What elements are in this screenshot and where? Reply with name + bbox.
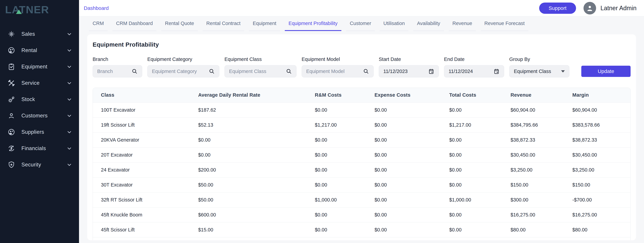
group-by-label: Group By [509,57,570,62]
sidebar-item-label: Stock [22,96,35,102]
equipment-model-field: Equipment Model [302,57,374,77]
table-cell: $0.00 [315,177,374,192]
table-cell: $60,904.00 [510,102,572,117]
sidebar-item-suppliers[interactable]: Suppliers [0,124,79,140]
sidebar-item-security[interactable]: Security [0,157,79,173]
table-row[interactable]: 24 Excavator$200.00$0.00$0.00$0.00$3,250… [93,162,630,177]
equipment-class-input[interactable] [229,69,284,74]
shield-star-icon [8,161,15,169]
support-button[interactable]: Support [539,3,576,14]
column-header-class[interactable]: Class [93,88,198,102]
table-cell: $0.00 [449,132,510,147]
content-area: Equipment Profitability Branch [79,31,644,240]
search-icon [209,68,215,74]
table-cell: $0.00 [374,147,449,162]
tab-crm[interactable]: CRM [89,21,108,31]
chevron-down-icon [66,31,72,37]
column-header-margin[interactable]: Margin [572,88,630,102]
table-cell: $80.00 [315,237,374,240]
column-header-average-daily-rental-rate[interactable]: Average Daily Rental Rate [198,88,315,102]
table-cell: 19ft Scissor Lift [93,117,198,132]
sidebar: LATNER SalesRentalEquipmentServiceStockC… [0,0,79,243]
table-cell: 20KVA Generator [93,132,198,147]
table-row[interactable]: 100T Excavator$187.62$0.00$0.00$0.00$60,… [93,102,630,117]
tab-crm-dashboard[interactable]: CRM Dashboard [112,21,156,31]
tab-availability[interactable]: Availability [413,21,444,31]
sidebar-item-customers[interactable]: Customers [0,108,79,124]
table-cell: $383,578.66 [572,117,630,132]
gear-wrench-icon [8,95,15,103]
tab-utilisation[interactable]: Utilisation [380,21,408,31]
table-cell: $150.00 [572,177,630,192]
table-cell: $187.62 [198,102,315,117]
chevron-down-icon [66,162,72,168]
breadcrumb-dashboard-link[interactable]: Dashboard [84,5,109,11]
brand-logo-text: LATNER [5,4,74,16]
table-cell: $0.00 [315,222,374,237]
tab-revenue-forecast[interactable]: Revenue Forecast [481,21,528,31]
start-date-label: Start Date [379,57,439,62]
table-cell: $16,275.00 [572,207,630,222]
table-cell: $52.13 [198,117,315,132]
table-cell: 32ft RT Scissor Lift [93,192,198,207]
column-header-expense-costs[interactable]: Expense Costs [374,88,449,102]
sales-network-icon [8,30,15,38]
calendar-icon[interactable] [494,68,500,74]
tab-customer[interactable]: Customer [346,21,375,31]
sidebar-item-label: Customers [22,113,48,119]
equipment-model-input-wrap [302,65,374,77]
branch-input[interactable] [97,69,129,74]
equipment-model-input[interactable] [306,69,360,74]
column-header-revenue[interactable]: Revenue [510,88,572,102]
tab-equipment[interactable]: Equipment [249,21,280,31]
column-header-r-m-costs[interactable]: R&M Costs [315,88,374,102]
sidebar-item-stock[interactable]: Stock [0,91,79,108]
equipment-category-input[interactable] [152,69,206,74]
table-row[interactable]: 32ft RT Scissor Lift$50.00$1,000.00$0.00… [93,192,630,207]
sidebar-item-label: Equipment [22,64,48,70]
page-title: Equipment Profitability [92,41,630,48]
column-header-total-costs[interactable]: Total Costs [449,88,510,102]
table-row[interactable]: 45ft Knuckle Boom$600.00$0.00$0.00$0.00$… [93,207,630,222]
equipment-category-label: Equipment Category [147,57,219,62]
table-cell: $0.00 [374,222,449,237]
user-avatar[interactable] [584,2,596,15]
brand-logo: LATNER [0,0,79,19]
sidebar-item-rental[interactable]: Rental [0,42,79,59]
chevron-down-icon [66,80,72,86]
table-cell: $1,217.00 [449,117,510,132]
table-row[interactable]: 20T Excavator$0.00$0.00$0.00$0.00$30,450… [93,147,630,162]
sidebar-item-equipment[interactable]: Equipment [0,59,79,75]
sidebar-item-sales[interactable]: Sales [0,26,79,42]
calendar-icon[interactable] [428,68,434,74]
table-cell: $1,000.00 [449,192,510,207]
table-cell: $0.00 [374,237,449,240]
tab-rental-quote[interactable]: Rental Quote [161,21,198,31]
start-date-field: Start Date [379,57,439,77]
update-button[interactable]: Update [581,66,630,77]
table-cell: $0.00 [449,102,510,117]
table-row[interactable]: 20KVA Generator$0.00$0.00$0.00$0.00$38,8… [93,132,630,147]
tab-revenue[interactable]: Revenue [449,21,476,31]
table-header-row: ClassAverage Daily Rental RateR&M CostsE… [93,88,630,102]
table-cell: $0.00 [374,117,449,132]
app-root: LATNER SalesRentalEquipmentServiceStockC… [0,0,644,243]
table-cell: $0.00 [449,222,510,237]
table-cell: 24 Excavator [93,162,198,177]
table-cell: 45ft Scissor Lift [93,222,198,237]
group-by-select[interactable]: Equipment Class [509,65,570,77]
table-cell: 30T Excavator [93,177,198,192]
table-cell: $150.00 [510,177,572,192]
tab-equipment-profitability[interactable]: Equipment Profitability [285,21,341,31]
sidebar-item-label: Service [22,80,40,86]
table-row[interactable]: 30T Excavator$50.00$0.00$0.00$0.00$150.0… [93,177,630,192]
table-row[interactable]: 45ft Scissor Lift$15.00$0.00$0.00$0.00$8… [93,222,630,237]
table-row[interactable]: 19ft Scissor Lift$52.13$1,217.00$0.00$1,… [93,117,630,132]
sidebar-item-financials[interactable]: Financials [0,140,79,157]
end-date-input[interactable] [448,69,491,74]
start-date-input[interactable] [383,69,426,74]
tab-rental-contract[interactable]: Rental Contract [202,21,244,31]
sidebar-item-service[interactable]: Service [0,75,79,91]
table-cell: $0.00 [374,177,449,192]
table-row[interactable]: 50ft Scissor Lift$0.00$80.00$0.00$80.00$… [93,237,630,240]
